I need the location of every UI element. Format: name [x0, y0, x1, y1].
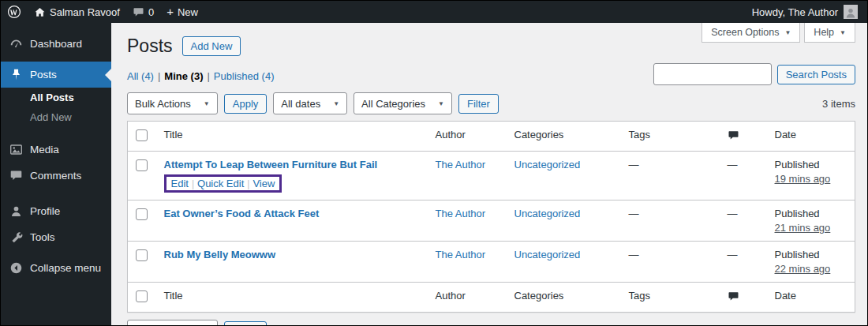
view-all-link[interactable]: All (4): [127, 70, 154, 82]
column-header-categories: Categories: [507, 122, 621, 152]
comments-icon: [9, 169, 23, 182]
site-name-link[interactable]: Salman Ravoof: [34, 6, 120, 18]
chevron-down-icon: ▼: [784, 29, 791, 36]
post-status: Published: [775, 159, 847, 170]
comment-bubble-icon: [728, 290, 739, 302]
row-checkbox[interactable]: [136, 249, 148, 261]
sidebar-item-tools[interactable]: Tools: [1, 224, 111, 250]
admin-comments-button[interactable]: 0: [133, 6, 154, 18]
table-footer-row: Title Author Categories Tags Date: [128, 283, 855, 313]
column-footer-date[interactable]: Date: [767, 283, 855, 313]
screen-meta-tabs: Screen Options ▼ Help ▼: [702, 23, 855, 43]
row-action-edit[interactable]: Edit: [171, 178, 189, 189]
table-row: Eat Owner’s Food & Attack Feet The Autho…: [128, 200, 855, 242]
person-icon: [844, 6, 857, 19]
author-link[interactable]: The Author: [436, 208, 486, 219]
post-title-link[interactable]: Rub My Belly Meowww: [164, 249, 276, 260]
admin-new-label: New: [178, 6, 198, 18]
sidebar-comments-label: Comments: [30, 170, 81, 182]
sidebar-item-media[interactable]: Media: [1, 137, 111, 163]
post-title-link[interactable]: Attempt To Leap Between Furniture But Fa…: [164, 159, 378, 170]
comments-value: —: [720, 242, 767, 283]
view-published-link[interactable]: Published (4): [214, 70, 275, 82]
category-link[interactable]: Uncategorized: [514, 159, 581, 170]
help-button[interactable]: Help ▼: [804, 23, 855, 43]
select-all-checkbox[interactable]: [136, 129, 148, 141]
tags-value: —: [621, 152, 720, 200]
column-footer-title[interactable]: Title: [156, 283, 428, 313]
page-title: Posts: [127, 36, 173, 57]
sidebar-item-comments[interactable]: Comments: [1, 163, 111, 189]
row-checkbox[interactable]: [136, 208, 148, 220]
help-label: Help: [814, 27, 834, 38]
post-title-link[interactable]: Eat Owner’s Food & Attack Feet: [164, 208, 320, 219]
screen-options-button[interactable]: Screen Options ▼: [702, 23, 800, 43]
dashboard-icon: [9, 37, 23, 51]
sidebar-tools-label: Tools: [30, 231, 55, 243]
profile-icon: [9, 204, 23, 218]
tags-value: —: [621, 200, 720, 242]
wordpress-logo-icon[interactable]: [7, 5, 21, 19]
dates-select[interactable]: All dates ▼: [273, 92, 347, 114]
sidebar-item-add-new[interactable]: Add New: [1, 107, 111, 127]
sidebar-dashboard-label: Dashboard: [30, 38, 82, 50]
tools-icon: [9, 230, 23, 244]
date-info: Published 22 mins ago: [767, 242, 855, 283]
post-status: Published: [775, 208, 847, 219]
sidebar-item-profile[interactable]: Profile: [1, 198, 111, 224]
sidebar-item-posts[interactable]: Posts: [1, 62, 111, 88]
sidebar-item-dashboard[interactable]: Dashboard: [1, 31, 111, 57]
search-posts-button[interactable]: Search Posts: [777, 65, 855, 84]
dates-label: All dates: [281, 98, 320, 110]
view-filter-links: All (4)|Mine (3)|Published (4): [127, 70, 274, 85]
column-footer-tags: Tags: [621, 283, 720, 313]
view-mine-link[interactable]: Mine (3): [164, 70, 203, 82]
apply-button[interactable]: Apply: [224, 94, 268, 114]
search-input[interactable]: [653, 63, 772, 85]
categories-select[interactable]: All Categories ▼: [354, 92, 452, 114]
home-icon: [34, 6, 46, 18]
chevron-down-icon: ▼: [333, 100, 339, 107]
post-date: 22 mins ago: [775, 263, 831, 275]
howdy-text[interactable]: Howdy, The Author: [752, 6, 838, 18]
post-date: 21 mins ago: [775, 222, 831, 234]
sidebar-all-posts-label: All Posts: [30, 92, 74, 103]
action-highlight-box: Edit|Quick Edit|View: [164, 174, 282, 193]
filter-button[interactable]: Filter: [458, 94, 499, 114]
select-all-checkbox[interactable]: [136, 290, 148, 302]
author-link[interactable]: The Author: [436, 159, 486, 170]
row-checkbox[interactable]: [136, 159, 148, 171]
column-footer-comments: [720, 283, 767, 313]
date-info: Published 21 mins ago: [767, 200, 855, 242]
sidebar-item-all-posts[interactable]: All Posts: [1, 88, 111, 107]
apply-button-bottom[interactable]: Apply: [224, 321, 268, 326]
row-actions: Edit|Quick Edit|View: [164, 174, 420, 193]
column-header-date[interactable]: Date: [767, 122, 855, 152]
comment-bubble-icon: [133, 6, 144, 18]
admin-comments-count: 0: [148, 6, 154, 18]
admin-sidebar: Dashboard Posts All Posts Add New: [1, 23, 111, 326]
add-new-button[interactable]: Add New: [182, 36, 241, 56]
bulk-actions-select-bottom[interactable]: Bulk Actions ▼: [127, 320, 218, 326]
row-action-quick-edit[interactable]: Quick Edit: [197, 178, 244, 189]
action-separator: |: [244, 178, 253, 189]
action-separator: |: [189, 178, 197, 189]
sidebar-collapse-label: Collapse menu: [30, 262, 101, 274]
row-action-view[interactable]: View: [253, 178, 275, 189]
site-name-label: Salman Ravoof: [50, 6, 120, 18]
column-header-tags: Tags: [621, 122, 720, 152]
admin-new-button[interactable]: + New: [166, 6, 198, 18]
comment-bubble-icon: [728, 129, 739, 141]
chevron-down-icon: ▼: [438, 100, 444, 107]
media-icon: [9, 143, 23, 156]
author-link[interactable]: The Author: [436, 249, 486, 260]
bulk-actions-select[interactable]: Bulk Actions ▼: [127, 92, 218, 114]
sidebar-media-label: Media: [30, 144, 59, 156]
column-footer-categories: Categories: [507, 283, 621, 313]
column-footer-author: Author: [428, 283, 507, 313]
avatar[interactable]: [844, 5, 858, 19]
category-link[interactable]: Uncategorized: [514, 249, 581, 260]
category-link[interactable]: Uncategorized: [514, 208, 581, 219]
sidebar-item-collapse-menu[interactable]: Collapse menu: [1, 255, 111, 281]
column-header-title[interactable]: Title: [156, 122, 428, 152]
